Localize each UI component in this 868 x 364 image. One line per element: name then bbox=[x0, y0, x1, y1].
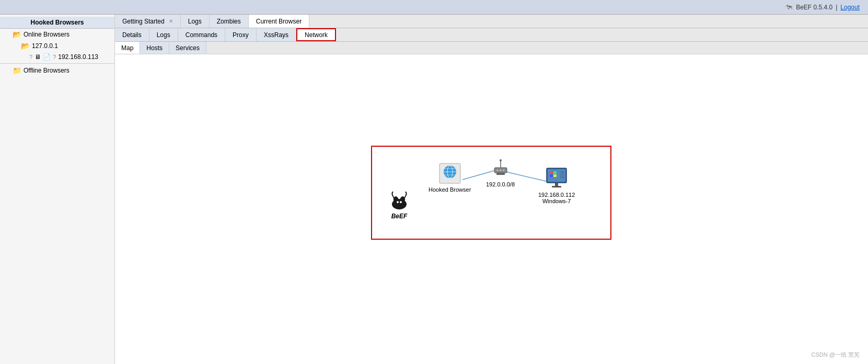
beef-logo-icon bbox=[387, 187, 412, 213]
hooked-browser-label: Hooked Browser bbox=[429, 186, 471, 193]
tab-current-browser-label: Current Browser bbox=[256, 18, 302, 25]
tab-logs2-label: Logs bbox=[157, 31, 170, 39]
tab-logs-label: Logs bbox=[188, 18, 202, 25]
tab-hosts-label: Hosts bbox=[146, 44, 163, 52]
sidebar-item-online-browsers[interactable]: 📂 Online Browsers bbox=[0, 29, 114, 40]
question-icon-1: ? bbox=[29, 54, 32, 60]
ip1-label: 192.168.0.113 bbox=[58, 53, 98, 61]
tab-commands[interactable]: Commands bbox=[178, 28, 225, 41]
svg-rect-23 bbox=[553, 171, 557, 174]
tab-map-label: Map bbox=[121, 44, 133, 52]
node-windows: 192.168.0.112 Windows-7 bbox=[538, 167, 575, 204]
sidebar-item-offline-browsers[interactable]: 📁 Offline Browsers bbox=[0, 65, 114, 76]
beef-icon: 🐄 bbox=[785, 4, 793, 11]
tab-zombies-label: Zombies bbox=[217, 18, 241, 25]
tab-getting-started[interactable]: Getting Started ✕ bbox=[115, 15, 181, 28]
tab-getting-started-label: Getting Started bbox=[122, 18, 165, 25]
svg-point-19 bbox=[503, 170, 504, 171]
node-beef: BeEF bbox=[387, 187, 412, 220]
subnet-folder-icon: 📂 bbox=[21, 42, 30, 50]
svg-point-18 bbox=[500, 170, 501, 171]
topbar: 🐄 BeEF 0.5.4.0 | Logout bbox=[0, 0, 868, 15]
sidebar-divider bbox=[0, 63, 114, 64]
tab-current-browser[interactable]: Current Browser bbox=[249, 15, 309, 28]
router-label: 192.0.0.0/8 bbox=[486, 181, 515, 187]
sidebar-item-subnet1[interactable]: 📂 127.0.0.1 bbox=[0, 40, 114, 52]
tab-proxy-label: Proxy bbox=[233, 31, 249, 39]
svg-rect-25 bbox=[553, 174, 557, 177]
tab-services-label: Services bbox=[176, 44, 200, 52]
tab-xssrays[interactable]: XssRays bbox=[257, 28, 296, 41]
icon-page: 📄 bbox=[43, 53, 51, 61]
logout-link[interactable]: Logout bbox=[840, 4, 860, 11]
tabbar2: Details Logs Commands Proxy XssRays Netw… bbox=[115, 28, 868, 42]
sidebar-item-ip1[interactable]: ? 🖥 📄 ? 192.168.0.113 bbox=[0, 52, 114, 62]
svg-rect-30 bbox=[560, 177, 564, 178]
tab-services[interactable]: Services bbox=[169, 42, 206, 54]
router-icon-container bbox=[488, 156, 513, 181]
network-diagram: BeEF bbox=[381, 151, 601, 234]
tab-network[interactable]: Network bbox=[296, 28, 336, 41]
tab-commands-label: Commands bbox=[186, 31, 217, 39]
tab-getting-started-close[interactable]: ✕ bbox=[169, 18, 173, 24]
online-folder-icon: 📂 bbox=[13, 30, 21, 39]
svg-rect-16 bbox=[496, 173, 505, 175]
svg-rect-28 bbox=[560, 171, 564, 173]
sidebar-title: Hooked Browsers bbox=[0, 17, 114, 29]
tab-zombies[interactable]: Zombies bbox=[210, 15, 249, 28]
windows-ip-label: 192.168.0.112 bbox=[538, 192, 575, 198]
node-router: 192.0.0.0/8 bbox=[486, 156, 515, 187]
tab-details-label: Details bbox=[122, 31, 142, 39]
offline-folder-icon: 📁 bbox=[13, 66, 21, 75]
beef-label: BeEF bbox=[391, 213, 408, 220]
tab-logs2[interactable]: Logs bbox=[149, 28, 178, 41]
icon-monitor: 🖥 bbox=[34, 53, 41, 61]
question-icon-2: ? bbox=[53, 54, 56, 60]
svg-rect-14 bbox=[500, 160, 501, 168]
monitor-icon-container bbox=[544, 167, 569, 192]
online-browsers-label: Online Browsers bbox=[24, 31, 70, 38]
brand-name: BeEF 0.5.4.0 bbox=[796, 4, 832, 11]
windows-os-label: Windows-7 bbox=[542, 198, 571, 204]
svg-rect-29 bbox=[560, 174, 564, 175]
svg-point-17 bbox=[496, 170, 498, 171]
globe-icon-container bbox=[437, 161, 462, 186]
content-area: Getting Started ✕ Logs Zombies Current B… bbox=[115, 15, 868, 364]
main-panel: BeEF bbox=[115, 54, 868, 364]
svg-rect-24 bbox=[550, 174, 553, 177]
sidebar: Hooked Browsers 📂 Online Browsers 📂 127.… bbox=[0, 15, 115, 364]
offline-browsers-label: Offline Browsers bbox=[24, 67, 70, 74]
subnet1-label: 127.0.0.1 bbox=[32, 42, 58, 50]
tab-logs[interactable]: Logs bbox=[181, 15, 210, 28]
separator: | bbox=[836, 4, 837, 11]
svg-point-6 bbox=[400, 201, 402, 203]
watermark: CSDN @一纸 荒芜 bbox=[812, 351, 860, 359]
tab-details[interactable]: Details bbox=[115, 28, 149, 41]
topbar-brand: 🐄 BeEF 0.5.4.0 | Logout bbox=[785, 4, 860, 11]
svg-rect-22 bbox=[550, 171, 553, 174]
tab-proxy[interactable]: Proxy bbox=[225, 28, 257, 41]
network-map: BeEF bbox=[371, 146, 611, 240]
node-hooked-browser: Hooked Browser bbox=[429, 161, 471, 193]
tab-hosts[interactable]: Hosts bbox=[140, 42, 169, 54]
svg-point-15 bbox=[500, 159, 502, 161]
tab-map[interactable]: Map bbox=[115, 42, 140, 54]
svg-rect-26 bbox=[555, 183, 558, 186]
tab-xssrays-label: XssRays bbox=[264, 31, 288, 39]
main-layout: Hooked Browsers 📂 Online Browsers 📂 127.… bbox=[0, 15, 868, 364]
tabbar1: Getting Started ✕ Logs Zombies Current B… bbox=[115, 15, 868, 28]
tabbar3: Map Hosts Services bbox=[115, 42, 868, 54]
svg-point-5 bbox=[397, 201, 399, 203]
tab-network-label: Network bbox=[305, 31, 328, 39]
svg-rect-27 bbox=[552, 186, 561, 187]
